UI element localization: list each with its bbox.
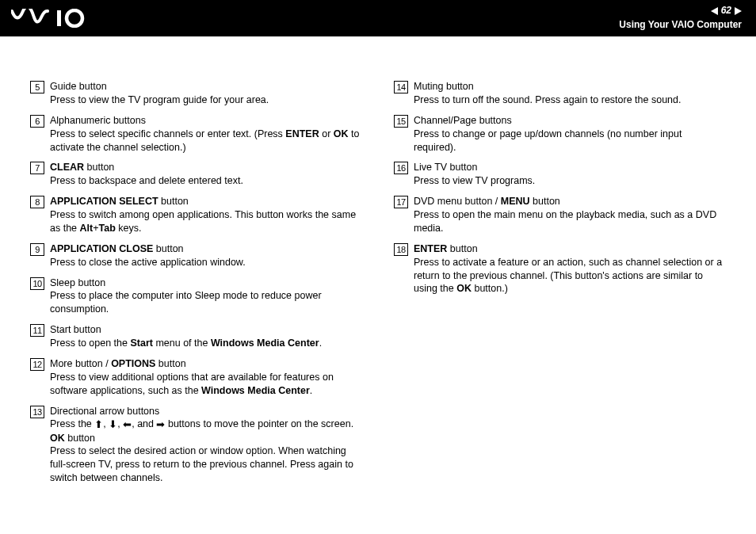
svg-point-1 xyxy=(67,10,82,26)
item-number: 14 xyxy=(394,81,408,93)
section-title: Using Your VAIO Computer xyxy=(619,19,742,32)
left-column: 5Guide buttonPress to view the TV progra… xyxy=(30,80,362,492)
page-number: 62 xyxy=(721,5,731,17)
list-item: 5Guide buttonPress to view the TV progra… xyxy=(30,80,362,107)
item-number: 13 xyxy=(30,406,44,418)
list-item: 16Live TV buttonPress to view TV program… xyxy=(394,161,726,188)
prev-page-icon[interactable] xyxy=(711,7,718,15)
item-number: 12 xyxy=(30,358,44,371)
list-item: 14Muting buttonPress to turn off the sou… xyxy=(394,80,726,107)
item-text: Channel/Page buttonsPress to change or p… xyxy=(414,114,726,154)
list-item: 10Sleep buttonPress to place the compute… xyxy=(30,277,362,317)
item-text: APPLICATION CLOSE buttonPress to close t… xyxy=(50,242,362,269)
item-text: Guide buttonPress to view the TV program… xyxy=(50,80,362,107)
item-text: CLEAR buttonPress to backspace and delet… xyxy=(50,161,362,188)
item-number: 17 xyxy=(394,196,408,208)
pager: 62 xyxy=(711,5,742,17)
list-item: 12More button / OPTIONS buttonPress to v… xyxy=(30,357,362,398)
list-item: 8APPLICATION SELECT buttonPress to switc… xyxy=(30,195,362,235)
page-header: 62 Using Your VAIO Computer xyxy=(0,0,756,36)
item-text: More button / OPTIONS buttonPress to vie… xyxy=(50,357,362,398)
item-number: 10 xyxy=(30,277,44,290)
item-text: DVD menu button / MENU buttonPress to op… xyxy=(414,195,726,235)
item-text: ENTER buttonPress to activate a feature … xyxy=(414,242,726,296)
item-number: 7 xyxy=(30,162,44,174)
list-item: 13Directional arrow buttonsPress the ⬆, … xyxy=(30,405,362,486)
item-text: Alphanumeric buttonsPress to select spec… xyxy=(50,114,362,154)
list-item: 17DVD menu button / MENU buttonPress to … xyxy=(394,195,726,235)
list-item: 11Start buttonPress to open the Start me… xyxy=(30,323,362,350)
item-number: 9 xyxy=(30,243,44,256)
item-number: 15 xyxy=(394,115,408,128)
item-text: Muting buttonPress to turn off the sound… xyxy=(414,80,726,107)
svg-rect-0 xyxy=(57,10,61,26)
item-number: 6 xyxy=(30,115,44,128)
list-item: 7CLEAR buttonPress to backspace and dele… xyxy=(30,161,362,188)
list-item: 6Alphanumeric buttonsPress to select spe… xyxy=(30,114,362,154)
item-text: Sleep buttonPress to place the computer … xyxy=(50,277,362,317)
next-page-icon[interactable] xyxy=(735,7,742,15)
item-number: 11 xyxy=(30,324,44,337)
item-number: 8 xyxy=(30,196,44,208)
item-text: Live TV buttonPress to view TV programs. xyxy=(414,161,726,188)
list-item: 15Channel/Page buttonsPress to change or… xyxy=(394,114,726,154)
header-right: 62 Using Your VAIO Computer xyxy=(619,5,742,31)
item-text: Directional arrow buttonsPress the ⬆, ⬇,… xyxy=(50,405,362,486)
right-column: 14Muting buttonPress to turn off the sou… xyxy=(394,80,726,492)
list-item: 18ENTER buttonPress to activate a featur… xyxy=(394,242,726,296)
item-text: APPLICATION SELECT buttonPress to switch… xyxy=(50,195,362,235)
item-number: 16 xyxy=(394,162,408,174)
item-text: Start buttonPress to open the Start menu… xyxy=(50,323,362,350)
vaio-logo xyxy=(11,9,98,28)
item-number: 18 xyxy=(394,243,408,256)
item-number: 5 xyxy=(30,81,44,93)
list-item: 9APPLICATION CLOSE buttonPress to close … xyxy=(30,242,362,269)
content-area: 5Guide buttonPress to view the TV progra… xyxy=(0,36,756,492)
